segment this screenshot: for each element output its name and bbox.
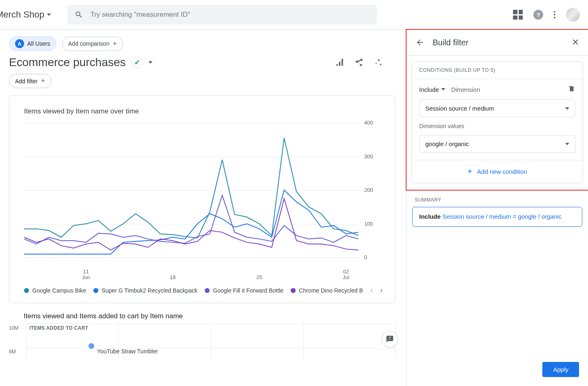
panel-title: Build filter [433,38,469,47]
feedback-button[interactable] [382,331,398,347]
property-selector[interactable]: nt Merch Shop [0,9,51,20]
back-arrow-icon[interactable] [416,38,424,47]
trash-icon[interactable] [568,85,575,94]
apply-button[interactable]: Apply [542,362,579,377]
share-icon[interactable] [355,58,364,67]
include-dropdown[interactable]: Include [419,86,445,93]
values-label: Dimension values [419,123,575,129]
caret-down-icon [565,107,569,110]
plus-icon: + [113,40,117,48]
dimension-select[interactable]: Session source / medium [419,100,575,117]
segment-all-users[interactable]: A All Users [9,36,56,51]
customize-icon[interactable] [335,58,344,67]
property-name: Merch Shop [0,9,44,20]
segment-badge: A [15,39,24,48]
scatter-chart: 10M 8M ITEMS ADDED TO CART YouTube Straw… [9,324,396,360]
add-comparison-button[interactable]: Add comparison + [62,37,123,51]
summary-card: Include Session source / medium = google… [412,207,582,227]
summary-label: SUMMARY [407,190,588,207]
add-filter-button[interactable]: Add filter + [9,74,51,88]
search-input[interactable] [90,11,369,19]
caret-down-icon [565,143,569,145]
chart-card: Items viewed by Item name over time 0100… [9,95,396,303]
search-bar[interactable] [67,5,377,24]
chart-title: Items viewed by Item name over time [24,107,380,115]
legend-item[interactable]: Chrome Dino Recycled B [291,287,363,294]
caret-down-icon [441,88,445,91]
legend-item[interactable]: Google Campus Bike [24,287,86,294]
avatar[interactable] [566,8,580,22]
legend-next[interactable]: › [380,286,382,295]
caret-down-icon [47,13,51,16]
legend-item[interactable]: Super G Timbuk2 Recycled Backpack [93,287,197,294]
conditions-card: CONDITIONS (BUILD UP TO 5) Include Dimen… [411,61,583,183]
help-icon[interactable]: ? [533,10,543,20]
caret-down-icon[interactable] [148,61,153,64]
search-icon [75,10,83,19]
line-chart: 010020030040011Jun182502Jul [24,123,380,266]
legend-item[interactable]: Google Fill it Forward Bottle [205,287,283,294]
insights-icon[interactable] [374,58,383,67]
add-condition-button[interactable]: + Add new condition [412,160,583,183]
chart2-title: Items viewed and Items added to cart by … [9,312,396,320]
close-icon[interactable]: ✕ [572,37,579,48]
scatter-point[interactable] [88,343,94,349]
segment-label: All Users [27,40,50,47]
values-select[interactable]: google / organic [419,135,575,153]
status-check-icon[interactable]: ✓ [131,57,143,68]
plus-icon: + [41,77,45,85]
dimension-label: Dimension [451,86,480,93]
build-filter-panel: Build filter ✕ CONDITIONS (BUILD UP TO 5… [406,30,588,386]
chart-legend: Google Campus BikeSuper G Timbuk2 Recycl… [24,286,380,295]
plus-icon: + [467,167,472,176]
more-icon[interactable] [554,11,555,18]
report-title: Ecommerce purchases [9,56,126,69]
conditions-header: CONDITIONS (BUILD UP TO 5) [412,62,583,79]
apps-icon[interactable] [513,10,523,20]
scatter-point-label: YouTube Straw Tumbler [97,348,158,355]
legend-prev[interactable]: ‹ [370,286,373,295]
